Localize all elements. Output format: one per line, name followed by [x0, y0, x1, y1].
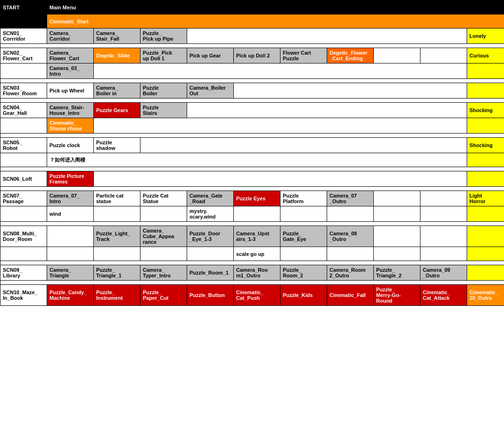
scn09-puzzle-room1: Puzzle_Room_1 — [187, 265, 234, 281]
scn08-empty3 — [420, 226, 467, 247]
scn08-row2-empty1 — [47, 247, 94, 261]
scn02-empty1 — [374, 48, 420, 64]
scn08-camera-cube: Camera_Cube_Appearance — [140, 226, 187, 247]
scn08-row2-empty2 — [94, 247, 140, 261]
scn05-label: SCN05_Robot — [0, 138, 47, 153]
header-start: START — [0, 0, 47, 14]
scn02-degetic-flower-cart: Degetic_Flower_Cart_Ending — [327, 48, 374, 64]
scn02-row2-spacer — [0, 64, 47, 79]
scn08-row2-empty6 — [327, 247, 374, 261]
scn02-row2-mood — [467, 64, 504, 79]
scn02-degetic-slide: Degetic_Slide — [94, 48, 140, 64]
scn10-cimematic-10-outro: Cimematic_10_Outro — [467, 285, 504, 306]
scn04-puzzle-gears: Puzzle Gears — [94, 103, 140, 118]
scn06-empty — [94, 171, 467, 187]
scn06-mood — [467, 171, 504, 187]
scn02-pickup-gear: Pick up Gear — [187, 48, 234, 64]
scn02-puzzle-pickup-doll1: Puzzle_Pickup Doll 1 — [140, 48, 187, 64]
scn07-particle-cat: Particle catstatue — [94, 191, 140, 206]
scn04-label: SCN04_Gear_Hall — [0, 103, 47, 118]
scn05-puzzle-shadow: Puzzleshadow — [94, 138, 140, 153]
scn07-empty1 — [374, 191, 420, 206]
scn07-camera-07-outro: Camera_07_Outro — [327, 191, 374, 206]
scn10-puzzle-candy: Puzzle_Candy_Machine — [47, 285, 94, 306]
scn04-cinematic-shadow: Cinematic_Shaow chase — [47, 118, 94, 134]
scn07-mood: LightHorror — [467, 191, 504, 206]
scn01-empty — [187, 28, 467, 44]
scn01-camera-stairfall: Camera_Stair_Fall — [94, 28, 140, 44]
scn07-camera-gate-road: Camera_Gate_Road — [187, 191, 234, 206]
scn08-row2-spacer — [0, 247, 47, 261]
scn08-puzzle-light-track: Puzzle_Light_Track — [94, 226, 140, 247]
scn07-mystry: mystry. scary.wind — [187, 206, 234, 222]
scn10-cinematic-fall: Cinematic_Fall — [327, 285, 374, 306]
scn08-row2-empty8 — [420, 247, 467, 261]
scn08-row2-mood — [467, 247, 504, 261]
scn07-wind1: wind — [47, 206, 94, 222]
scn04-empty — [187, 103, 467, 118]
scn02-flower-cart-puzzle: Flower CartPuzzle — [280, 48, 327, 64]
scn05-puzzle-clock: Puzzle clock — [47, 138, 94, 153]
cinematic-spacer — [0, 14, 47, 28]
spacer-4 — [0, 134, 504, 138]
spacer-1 — [0, 44, 504, 48]
main-grid: START Main Menu Cinematic_Start SCN01_Co… — [0, 0, 504, 306]
scn08-empty2 — [374, 226, 420, 247]
scn03-mood — [467, 83, 504, 99]
scn02-camera-flowercart: Camera_Flower_Cart — [47, 48, 94, 64]
scn02-row2-empty — [94, 64, 467, 79]
spacer-6 — [0, 187, 504, 191]
spacer-8 — [0, 261, 504, 265]
scn07-row2-empty1 — [140, 206, 187, 222]
scn07-row2-empty6 — [420, 206, 467, 222]
scn02-pickup-doll2: Pick up Doll 2 — [234, 48, 280, 64]
scn04-row2-mood — [467, 118, 504, 134]
scn10-puzzle-button: Puzzle_Button — [187, 285, 234, 306]
scn03-empty — [234, 83, 467, 99]
scn08-row2-empty3 — [140, 247, 187, 261]
scn08-puzzle-door-eye: Puzzle_Door_Eye_1-3 — [187, 226, 234, 247]
scn08-mood — [467, 226, 504, 247]
scn07-row2-mood — [467, 206, 504, 222]
scn03-camera-boiler-out: Camera_BoilerOut — [187, 83, 234, 99]
spacer-5 — [0, 167, 504, 171]
scn04-puzzle-stairs: PuzzleStairs — [140, 103, 187, 118]
scn04-mood: Shocking — [467, 103, 504, 118]
scn07-row2-empty3 — [280, 206, 327, 222]
scn10-label: SCN10_Maze_In_Book — [0, 285, 47, 306]
scn07-puzzle-platform: PuzzlePlatform — [280, 191, 327, 206]
scn09-label: SCN09_Library — [0, 265, 47, 281]
scn08-scale-go-up: scale go up — [234, 247, 280, 261]
scn07-row2-spacer — [0, 206, 47, 222]
scn01-mood: Lonely — [467, 28, 504, 44]
scn08-camera-upstairs: Camera_Upstairs_1-3 — [234, 226, 280, 247]
scn05-row2-spacer — [0, 153, 47, 167]
scn01-puzzle-pipe: Puzzle_Pick up Pipe — [140, 28, 187, 44]
scn10-puzzle-instrument: Puzzle_Instrument — [94, 285, 140, 306]
scn09-puzzle-triangle1: Puzzle_Triangle_1 — [94, 265, 140, 281]
scn05-empty — [140, 138, 467, 153]
scn10-cinematic-cat-push: Cinematic_Cat_Push — [234, 285, 280, 306]
scn09-camera-09-outro: Camera_09_Outro — [420, 265, 467, 281]
scn04-row2-empty — [94, 118, 467, 134]
scn09-camera-room1-outro: Camera_Room1_Outro — [234, 265, 280, 281]
scn08-camera-08-outro: Camera_08_Outro — [327, 226, 374, 247]
scn08-row2-empty7 — [374, 247, 420, 261]
scn09-puzzle-triangle2: Puzzle_Triangle_2 — [374, 265, 420, 281]
scn06-label: SCN06_Loft — [0, 171, 47, 187]
spacer-2 — [0, 79, 504, 83]
scn08-row2-empty5 — [280, 247, 327, 261]
scn07-camera-07-intro: Camera_07_Intro — [47, 191, 94, 206]
scn09-camera-room2-outro: Camera_Room2_Outro — [327, 265, 374, 281]
scn07-puzzle-eyes: Puzzle Eyes — [234, 191, 280, 206]
scn04-camera-stair-house: Camera_Stair-House_Intro — [47, 103, 94, 118]
scn03-pickup-wheel: Pick up Wheel — [47, 83, 94, 99]
header-main-menu: Main Menu — [47, 0, 504, 14]
scn07-empty2 — [420, 191, 467, 206]
cinematic-start: Cinematic_Start — [47, 14, 504, 28]
scn09-mood — [467, 265, 504, 281]
scn06-puzzle-picture-frames: Puzzle PictureFrames — [47, 171, 94, 187]
scn10-puzzle-paper-cut: Puzzle_Paper_Cut — [140, 285, 187, 306]
scn05-question: ？如何进入阁楼 — [47, 153, 467, 167]
scn02-mood: Curious — [467, 48, 504, 64]
